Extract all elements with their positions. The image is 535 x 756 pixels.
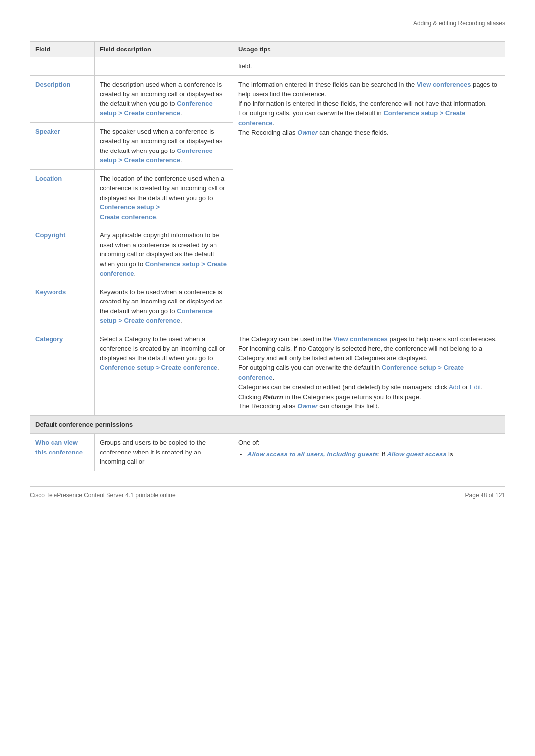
col-usage: Usage tips — [233, 42, 505, 57]
col-description: Field description — [95, 42, 233, 57]
link-conference-setup-cat-usage[interactable]: Conference setup > Create conference — [238, 364, 464, 381]
field-description-usage: The information entered in these fields … — [233, 75, 505, 330]
table-row-description: Description The description used when a … — [30, 75, 505, 122]
link-conference-setup-copyright[interactable]: Conference setup > Create conference — [100, 260, 227, 278]
field-keywords-label: Keywords — [30, 283, 95, 330]
main-table: Field Field description Usage tips field… — [30, 41, 505, 471]
field-description-label: Description — [30, 75, 95, 122]
field-copyright-label: Copyright — [30, 226, 95, 283]
field-speaker-desc: The speaker used when a conference is cr… — [95, 122, 233, 169]
link-conference-setup-category[interactable]: Conference setup > Create conference — [100, 364, 217, 371]
link-conference-setup-usage[interactable]: Conference setup > Create conference — [238, 109, 465, 127]
link-edit[interactable]: Edit — [470, 383, 481, 391]
field-who-can-view-desc: Groups and users to be copied to the con… — [95, 434, 233, 471]
field-who-can-view-label: Who can view this conference — [30, 434, 95, 471]
owner-italic: Owner — [297, 129, 317, 136]
field-who-can-view-usage: One of: Allow access to all users, inclu… — [233, 434, 505, 471]
link-conference-setup-location[interactable]: Conference setup >Create conference — [100, 203, 160, 221]
link-conference-setup-description[interactable]: Conference setup > Create conference — [100, 100, 213, 117]
link-view-conferences[interactable]: View conferences — [417, 81, 471, 88]
footer-left: Cisco TelePresence Content Server 4.1 pr… — [30, 492, 176, 499]
allow-access-bullet: Allow access to all users, including gue… — [247, 451, 378, 458]
table-row: field. — [30, 57, 505, 76]
field-category-desc: Select a Category to be used when a conf… — [95, 330, 233, 415]
field-copyright-desc: Any applicable copyright information to … — [95, 226, 233, 283]
header-title: Adding & editing Recording aliases — [413, 20, 505, 27]
table-row-category: Category Select a Category to be used wh… — [30, 330, 505, 415]
table-header-row: Field Field description Usage tips — [30, 42, 505, 57]
field-category-label: Category — [30, 330, 95, 415]
field-description-desc: The description used when a conference i… — [95, 75, 233, 122]
field-keywords-desc: Keywords to be used when a conference is… — [95, 283, 233, 330]
field-location-desc: The location of the conference used when… — [95, 169, 233, 226]
link-view-conferences-cat[interactable]: View conferences — [333, 335, 388, 343]
link-conference-setup-speaker[interactable]: Conference setup > Create conference — [100, 147, 213, 164]
page-container: Adding & editing Recording aliases Field… — [0, 0, 535, 528]
return-bold: Return — [263, 393, 283, 401]
section-header-label: Default conference permissions — [30, 415, 505, 434]
table-row-who-can-view: Who can view this conference Groups and … — [30, 434, 505, 471]
field-empty — [30, 57, 95, 76]
field-location-label: Location — [30, 169, 95, 226]
page-footer: Cisco TelePresence Content Server 4.1 pr… — [30, 486, 505, 499]
link-conference-setup-keywords[interactable]: Conference setup > Create conference — [100, 307, 213, 325]
field-speaker-label: Speaker — [30, 122, 95, 169]
usage-field: field. — [233, 57, 505, 76]
section-header-row: Default conference permissions — [30, 415, 505, 434]
page-header: Adding & editing Recording aliases — [30, 20, 505, 31]
desc-empty — [95, 57, 233, 76]
field-category-usage: The Category can be used in the View con… — [233, 330, 505, 415]
col-field: Field — [30, 42, 95, 57]
owner-italic-cat: Owner — [297, 403, 317, 410]
footer-right: Page 48 of 121 — [465, 492, 505, 499]
link-add[interactable]: Add — [449, 383, 460, 391]
